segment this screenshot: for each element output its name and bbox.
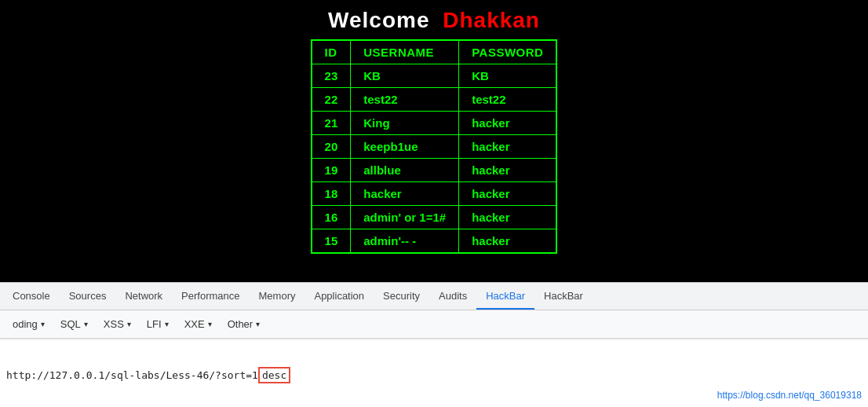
- toolbar-btn-oding[interactable]: oding▾: [6, 315, 51, 333]
- cell-username: admin' or 1=1#: [351, 206, 459, 229]
- cell-id: 23: [312, 64, 351, 88]
- devtools-tab-performance-3[interactable]: Performance: [172, 283, 249, 310]
- cell-username: test22: [351, 88, 459, 112]
- cell-password: hacker: [459, 229, 557, 254]
- toolbar-btn-lfi[interactable]: LFI▾: [140, 315, 175, 333]
- cell-id: 16: [312, 206, 351, 229]
- cell-id: 21: [312, 112, 351, 135]
- cell-id: 22: [312, 88, 351, 112]
- table-row: 21Kinghacker: [312, 112, 557, 135]
- cell-username: admin'-- -: [351, 229, 459, 254]
- col-username: USERNAME: [351, 40, 459, 64]
- dropdown-arrow-icon: ▾: [41, 320, 45, 328]
- footer-link: https://blog.csdn.net/qq_36019318: [717, 390, 862, 401]
- main-content: Welcome Dhakkan ID USERNAME PASSWORD 23K…: [0, 0, 868, 310]
- toolbar-btn-sql[interactable]: SQL▾: [54, 315, 94, 333]
- welcome-username: Dhakkan: [443, 8, 540, 32]
- cell-username: keepb1ue: [351, 135, 459, 159]
- dropdown-arrow-icon: ▾: [165, 320, 169, 328]
- cell-password: hacker: [459, 112, 557, 135]
- devtools-tabs: ConsoleSourcesNetworkPerformanceMemoryAp…: [0, 282, 868, 310]
- url-bar: http://127.0.0.1/sql-labs/Less-46/?sort=…: [0, 339, 868, 407]
- cell-username: hacker: [351, 182, 459, 206]
- col-password: PASSWORD: [459, 40, 557, 64]
- devtools-tab-security-6[interactable]: Security: [374, 283, 429, 310]
- url-highlight: desc: [258, 367, 290, 383]
- devtools-tab-hackbar-8[interactable]: HackBar: [476, 283, 534, 310]
- table-row: 16admin' or 1=1#hacker: [312, 206, 557, 229]
- table-header-row: ID USERNAME PASSWORD: [312, 40, 557, 64]
- toolbar-btn-other[interactable]: Other▾: [221, 315, 267, 333]
- cell-username: KB: [351, 64, 459, 88]
- devtools-tab-console-0[interactable]: Console: [3, 283, 60, 310]
- col-id: ID: [312, 40, 351, 64]
- table-row: 19allbluehacker: [312, 159, 557, 182]
- data-table: ID USERNAME PASSWORD 23KBKB22test22test2…: [311, 39, 558, 254]
- devtools-tab-application-5[interactable]: Application: [305, 283, 374, 310]
- dropdown-arrow-icon: ▾: [208, 320, 212, 328]
- cell-id: 20: [312, 135, 351, 159]
- cell-password: hacker: [459, 206, 557, 229]
- dropdown-arrow-icon: ▾: [127, 320, 131, 328]
- url-input-wrapper: http://127.0.0.1/sql-labs/Less-46/?sort=…: [6, 369, 305, 381]
- cell-password: hacker: [459, 159, 557, 182]
- table-row: 15admin'-- -hacker: [312, 229, 557, 254]
- cell-id: 18: [312, 182, 351, 206]
- welcome-section: Welcome Dhakkan ID USERNAME PASSWORD 23K…: [311, 8, 558, 254]
- devtools-tab-sources-1[interactable]: Sources: [60, 283, 116, 310]
- table-row: 20keepb1uehacker: [312, 135, 557, 159]
- cell-password: KB: [459, 64, 557, 88]
- url-base: http://127.0.0.1/sql-labs/Less-46/?sort=…: [6, 369, 258, 381]
- cell-id: 19: [312, 159, 351, 182]
- devtools-tab-hackbar-9[interactable]: HackBar: [534, 283, 593, 310]
- toolbar-bar: oding▾SQL▾XSS▾LFI▾XXE▾Other▾: [0, 310, 868, 339]
- toolbar-btn-xxe[interactable]: XXE▾: [178, 315, 218, 333]
- cell-password: test22: [459, 88, 557, 112]
- cell-password: hacker: [459, 135, 557, 159]
- welcome-title: Welcome Dhakkan: [328, 8, 540, 33]
- toolbar-btn-xss[interactable]: XSS▾: [97, 315, 137, 333]
- cell-username: allblue: [351, 159, 459, 182]
- dropdown-arrow-icon: ▾: [256, 320, 260, 328]
- devtools-tab-memory-4[interactable]: Memory: [250, 283, 305, 310]
- table-row: 22test22test22: [312, 88, 557, 112]
- dropdown-arrow-icon: ▾: [84, 320, 88, 328]
- table-row: 23KBKB: [312, 64, 557, 88]
- cell-password: hacker: [459, 182, 557, 206]
- cell-id: 15: [312, 229, 351, 254]
- devtools-tab-audits-7[interactable]: Audits: [429, 283, 476, 310]
- devtools-tab-network-2[interactable]: Network: [115, 283, 172, 310]
- welcome-label: Welcome: [328, 8, 429, 32]
- table-row: 18hackerhacker: [312, 182, 557, 206]
- cell-username: King: [351, 112, 459, 135]
- url-display: http://127.0.0.1/sql-labs/Less-46/?sort=…: [6, 369, 290, 381]
